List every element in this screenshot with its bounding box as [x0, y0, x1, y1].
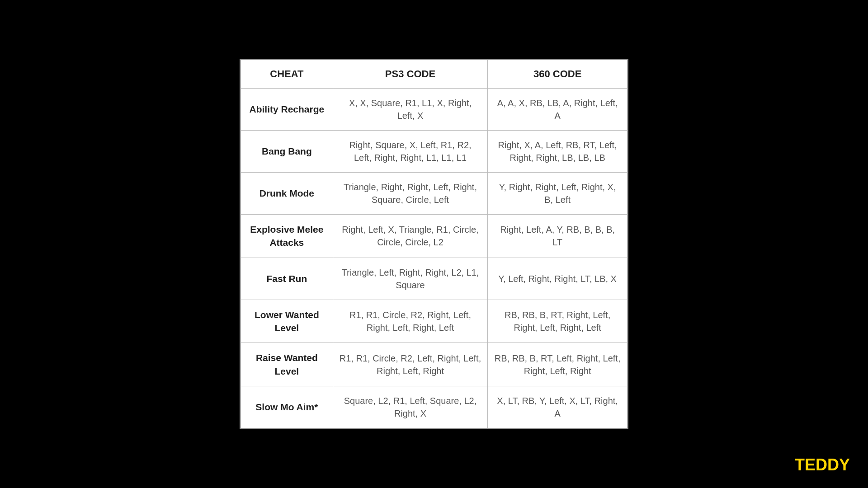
table-row: Raise Wanted LevelR1, R1, Circle, R2, Le…: [241, 343, 627, 386]
ps3-code: Right, Square, X, Left, R1, R2, Left, Ri…: [333, 130, 488, 172]
ps3-code: Square, L2, R1, Left, Square, L2, Right,…: [333, 386, 488, 428]
ps3-code: X, X, Square, R1, L1, X, Right, Left, X: [333, 88, 488, 130]
xbox-code: RB, RB, B, RT, Right, Left, Right, Left,…: [488, 300, 627, 343]
table-row: Ability RechargeX, X, Square, R1, L1, X,…: [241, 88, 627, 130]
header-xbox: 360 CODE: [488, 60, 627, 88]
table-row: Fast RunTriangle, Left, Right, Right, L2…: [241, 258, 627, 300]
table-row: Slow Mo Aim*Square, L2, R1, Left, Square…: [241, 386, 627, 428]
xbox-code: A, A, X, RB, LB, A, Right, Left, A: [488, 88, 627, 130]
ps3-code: R1, R1, Circle, R2, Left, Right, Left, R…: [333, 343, 488, 386]
xbox-code: RB, RB, B, RT, Left, Right, Left, Right,…: [488, 343, 627, 386]
watermark-label: TEDDY: [795, 455, 850, 474]
table-row: Lower Wanted LevelR1, R1, Circle, R2, Ri…: [241, 300, 627, 343]
xbox-code: Right, Left, A, Y, RB, B, B, B, LT: [488, 214, 627, 258]
xbox-code: Y, Left, Right, Right, LT, LB, X: [488, 258, 627, 300]
table-row: Explosive Melee AttacksRight, Left, X, T…: [241, 214, 627, 258]
xbox-code: Right, X, A, Left, RB, RT, Left, Right, …: [488, 130, 627, 172]
cheat-name: Slow Mo Aim*: [241, 386, 333, 428]
cheat-name: Fast Run: [241, 258, 333, 300]
xbox-code: Y, Right, Right, Left, Right, X, B, Left: [488, 172, 627, 214]
cheat-name: Lower Wanted Level: [241, 300, 333, 343]
cheat-name: Explosive Melee Attacks: [241, 214, 333, 258]
ps3-code: Right, Left, X, Triangle, R1, Circle, Ci…: [333, 214, 488, 258]
cheat-name: Drunk Mode: [241, 172, 333, 214]
ps3-code: Triangle, Right, Right, Left, Right, Squ…: [333, 172, 488, 214]
header-cheat: CHEAT: [241, 60, 333, 88]
table-row: Drunk ModeTriangle, Right, Right, Left, …: [241, 172, 627, 214]
cheat-name: Bang Bang: [241, 130, 333, 172]
cheat-table: CHEAT PS3 CODE 360 CODE Ability Recharge…: [241, 60, 627, 428]
ps3-code: Triangle, Left, Right, Right, L2, L1, Sq…: [333, 258, 488, 300]
table-row: Bang BangRight, Square, X, Left, R1, R2,…: [241, 130, 627, 172]
header-ps3: PS3 CODE: [333, 60, 488, 88]
cheat-name: Ability Recharge: [241, 88, 333, 130]
cheat-name: Raise Wanted Level: [241, 343, 333, 386]
ps3-code: R1, R1, Circle, R2, Right, Left, Right, …: [333, 300, 488, 343]
xbox-code: X, LT, RB, Y, Left, X, LT, Right, A: [488, 386, 627, 428]
cheat-table-container: CHEAT PS3 CODE 360 CODE Ability Recharge…: [240, 59, 628, 429]
